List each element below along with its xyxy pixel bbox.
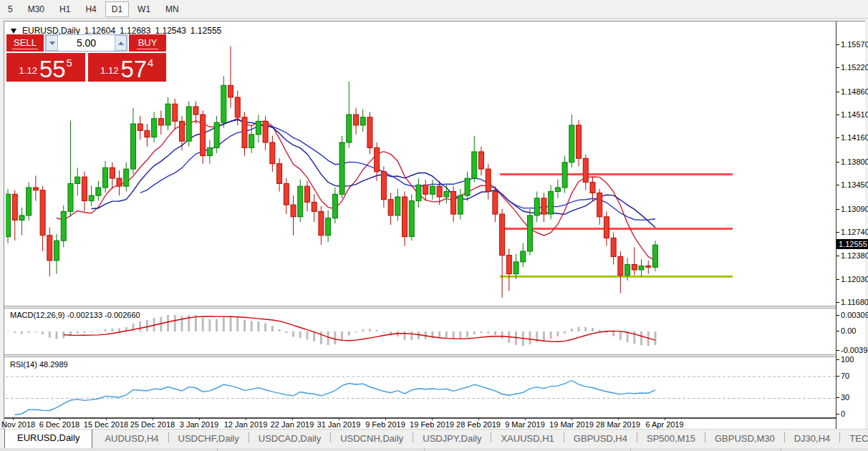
date-label: 9 Feb 2019: [359, 420, 412, 429]
volume-input[interactable]: [58, 35, 115, 51]
date-label: 3 Jan 2019: [173, 420, 226, 429]
date-label: 6 Dec 2018: [33, 420, 86, 429]
current-price-tag: 1.12555: [836, 239, 868, 249]
price-tick-label: 1.12030: [841, 275, 868, 283]
price-tick-label: 1.15570: [841, 40, 868, 49]
price-tick-label: 1.13090: [841, 205, 868, 213]
date-axis[interactable]: 27 Nov 20186 Dec 201815 Dec 201825 Dec 2…: [4, 419, 836, 430]
date-label: 19 Feb 2019: [405, 420, 458, 429]
tab-sp500-m15[interactable]: SP500,M15: [637, 430, 705, 448]
rsi-tick-label: 30: [841, 393, 849, 402]
date-label: 31 Jan 2019: [312, 420, 365, 429]
sell-price-box[interactable]: 1.12 55 5: [6, 53, 85, 82]
price-tick-label: 1.14510: [841, 110, 868, 119]
buy-button[interactable]: BUY: [129, 34, 166, 52]
volume-stepper: [45, 34, 127, 52]
tab-tech100-h1[interactable]: TECH100,H1: [840, 430, 868, 448]
chevron-up-icon: [118, 42, 124, 45]
date-label: 28 Mar 2019: [592, 420, 645, 429]
status-divider: [781, 448, 781, 451]
date-label: 6 Apr 2019: [638, 420, 691, 429]
buy-price-box[interactable]: 1.12 57 4: [88, 53, 167, 82]
timeframe-button-5[interactable]: 5: [1, 1, 19, 17]
rsi-indicator-label: RSI(14) 48.2989: [10, 360, 68, 369]
buy-price-sup: 4: [148, 57, 153, 69]
buy-price-main: 57: [120, 59, 147, 79]
macd-tick-label: 0.00: [841, 326, 856, 335]
price-tick-label: 1.12740: [841, 228, 868, 236]
timeframe-button-h4[interactable]: H4: [79, 1, 102, 17]
price-tick-label: 1.12380: [841, 251, 868, 260]
date-label: 28 Feb 2019: [452, 420, 505, 429]
rsi-canvas[interactable]: [6, 357, 836, 417]
tab-usdcad-daily[interactable]: USDCAD,Daily: [249, 430, 330, 448]
chart-window[interactable]: EURUSD,Daily 1.12604 1.12683 1.12543 1.1…: [4, 21, 865, 430]
timeframe-button-d1[interactable]: D1: [105, 1, 129, 17]
rsi-tick-label: 100: [841, 355, 854, 364]
price-tick-label: 1.15220: [841, 63, 868, 72]
volume-increase-button[interactable]: [115, 35, 127, 51]
price-tick-label: 1.14860: [841, 87, 868, 96]
status-divider: [630, 448, 631, 451]
sell-button-label: SELL: [12, 37, 38, 49]
ohlc-close: 1.12555: [191, 26, 221, 36]
buy-button-label: BUY: [137, 37, 159, 49]
rsi-tick-label: 0: [841, 409, 845, 418]
tab-xauusd-h1[interactable]: XAUUSD,H1: [491, 430, 563, 448]
macd-tick-label: 0.003095: [841, 311, 868, 319]
timeframe-toolbar: 5M30H1H4D1W1MN: [0, 0, 868, 19]
date-label: 9 Mar 2019: [498, 420, 551, 429]
tab-gbpusd-h4[interactable]: GBPUSD,H4: [564, 430, 637, 448]
date-label: 22 Jan 2019: [266, 420, 319, 429]
sell-price-main: 55: [39, 59, 66, 79]
rsi-tick-label: 70: [841, 372, 849, 380]
date-label: 15 Dec 2018: [79, 420, 132, 429]
date-label: 25 Dec 2018: [126, 420, 179, 429]
timeframe-button-h1[interactable]: H1: [53, 1, 77, 17]
chevron-down-icon: [49, 42, 55, 45]
sell-price-sup: 5: [67, 57, 72, 69]
date-label: 19 Mar 2019: [545, 420, 598, 429]
timeframe-button-w1[interactable]: W1: [131, 1, 157, 17]
one-click-trade-panel: SELL BUY 1.12 55 5 1.12: [6, 34, 166, 82]
sell-price-prefix: 1.12: [19, 65, 37, 76]
timeframe-button-mn[interactable]: MN: [159, 1, 185, 17]
tab-dj30-h4[interactable]: DJ30,H4: [785, 430, 840, 448]
tab-usdcnh-daily[interactable]: USDCNH,Daily: [331, 430, 413, 448]
macd-tick-label: -0.003947: [841, 346, 868, 354]
price-tick-label: 1.13450: [841, 180, 868, 189]
sell-button[interactable]: SELL: [6, 34, 44, 52]
status-divider: [424, 448, 425, 451]
price-tick-label: 1.11680: [841, 298, 868, 306]
price-axis[interactable]: 1.155701.152201.148601.145101.141601.138…: [836, 21, 865, 429]
timeframe-button-m30[interactable]: M30: [21, 1, 51, 17]
buy-price-prefix: 1.12: [100, 65, 118, 76]
price-tick-label: 1.14160: [841, 133, 868, 142]
volume-decrease-button[interactable]: [46, 35, 58, 51]
tab-usdjpy-daily[interactable]: USDJPY,Daily: [413, 430, 491, 448]
collapse-panel-icon[interactable]: [11, 29, 16, 34]
price-tick-label: 1.13800: [841, 157, 868, 166]
tab-gbpusd-m30[interactable]: GBPUSD,M30: [705, 430, 784, 448]
chart-tab-bar: EURUSD,DailyAUDUSD,H4USDCHF,DailyUSDCAD,…: [0, 429, 868, 448]
tab-eurusd-daily[interactable]: EURUSD,Daily: [4, 429, 92, 448]
status-strip: [0, 448, 868, 451]
macd-indicator-label: MACD(12,26,9) -0.002133 -0.002660: [10, 311, 140, 319]
tab-audusd-h4[interactable]: AUDUSD,H4: [95, 430, 168, 448]
tab-usdchf-daily[interactable]: USDCHF,Daily: [169, 430, 249, 448]
status-divider: [217, 448, 218, 451]
date-label: 12 Jan 2019: [219, 420, 272, 429]
